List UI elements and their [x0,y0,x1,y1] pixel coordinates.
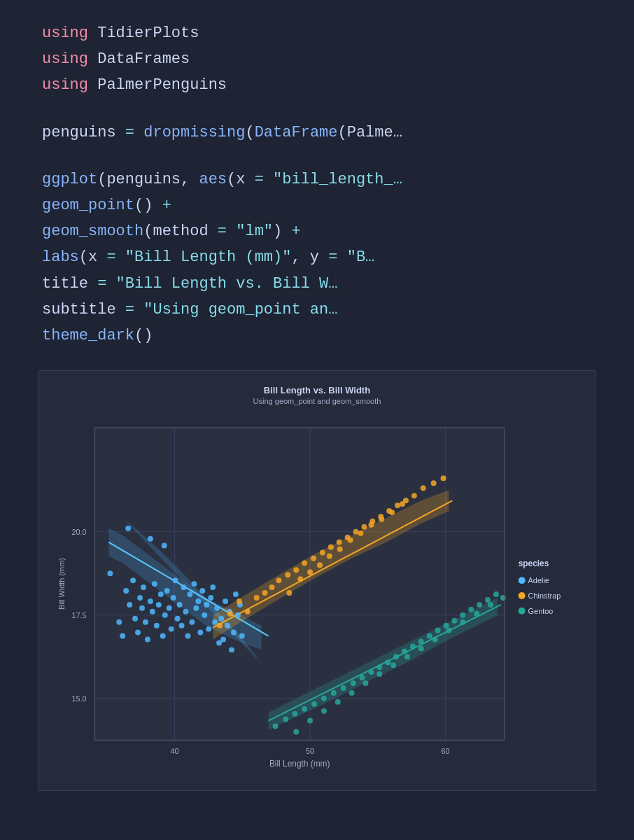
svg-point-66 [214,606,220,611]
svg-point-158 [446,628,452,634]
code-dropmissing: dropmissing [134,124,245,141]
chart-container: Bill Length vs. Bill Width Using geom_po… [38,370,596,791]
svg-point-129 [351,680,356,686]
svg-point-146 [493,592,499,597]
svg-point-74 [231,630,237,636]
svg-point-134 [393,654,399,659]
svg-point-115 [379,517,384,522]
code-ggplot-fn: ggplot [42,171,97,188]
svg-point-156 [418,645,424,651]
svg-point-38 [156,602,162,608]
svg-text:Gentoo: Gentoo [528,607,554,615]
svg-point-112 [348,538,353,543]
svg-text:50: 50 [306,747,314,755]
code-penguins-var: penguins [42,124,125,141]
svg-point-110 [327,554,332,559]
svg-point-22 [116,620,122,625]
svg-point-41 [162,612,168,618]
svg-point-117 [400,501,405,507]
svg-point-152 [362,680,368,686]
svg-point-24 [123,588,129,594]
code-themedark-fn: theme_dark [42,327,134,344]
svg-point-166 [519,592,526,599]
code-dataframe: DataFrame [255,124,338,141]
svg-point-39 [158,592,164,597]
svg-point-68 [218,616,224,622]
svg-point-90 [285,572,290,578]
svg-point-37 [154,623,160,629]
svg-point-118 [421,485,426,491]
svg-point-139 [435,628,441,634]
chart-section: Bill Length vs. Bill Width Using geom_po… [0,363,634,812]
svg-point-96 [337,540,342,545]
svg-point-73 [229,647,234,652]
code-line-geompoint: geom_point() + [42,193,592,218]
svg-point-138 [427,634,432,639]
code-line-1: using TidierPlots [42,21,592,46]
svg-point-26 [130,578,136,583]
svg-text:Chinstrap: Chinstrap [528,592,561,600]
svg-point-128 [341,685,346,691]
svg-point-57 [195,598,201,604]
code-aes-fn: aes [199,171,227,188]
svg-point-80 [148,536,153,542]
svg-point-114 [368,522,374,528]
svg-point-85 [245,609,251,615]
code-line-empty-2 [42,146,592,166]
svg-point-161 [488,602,493,608]
svg-point-58 [197,630,203,636]
code-line-subtitle: subtitle = "Using geom_point an… [42,298,592,322]
svg-point-122 [283,717,288,722]
keyword-using-2: using [42,50,88,68]
svg-point-144 [477,602,482,608]
svg-point-94 [320,550,325,556]
svg-point-108 [307,569,313,575]
svg-point-61 [204,602,209,608]
svg-point-132 [376,664,382,670]
svg-point-116 [389,510,395,515]
code-line-empty-1 [42,99,592,119]
svg-point-71 [225,623,230,629]
svg-point-42 [164,588,170,594]
svg-point-65 [212,620,218,625]
svg-point-34 [148,598,153,604]
svg-point-63 [208,595,213,601]
svg-point-88 [269,584,275,590]
svg-point-106 [286,590,292,596]
svg-point-149 [321,708,327,714]
keyword-using-3: using [42,76,88,94]
chart-title: Bill Length vs. Bill Width [53,385,581,396]
svg-point-135 [402,648,407,654]
svg-point-84 [237,598,242,604]
svg-point-62 [206,626,211,632]
svg-point-43 [167,606,172,611]
svg-text:40: 40 [171,747,179,755]
svg-point-60 [202,612,207,618]
module-palmerpenguins: PalmerPenguins [88,76,227,94]
svg-point-44 [169,626,174,632]
svg-point-79 [125,526,131,531]
svg-point-46 [173,578,178,583]
svg-point-89 [276,578,281,583]
svg-point-113 [358,531,364,536]
svg-point-59 [199,588,205,594]
svg-point-99 [361,524,367,530]
svg-point-137 [418,639,424,645]
svg-text:60: 60 [441,747,449,755]
svg-point-35 [150,609,155,615]
code-labs-fn: labs [42,248,79,266]
svg-point-131 [368,669,374,675]
svg-text:Bill Length (mm): Bill Length (mm) [269,759,330,769]
svg-point-148 [307,718,313,724]
svg-point-109 [317,562,323,568]
svg-point-27 [132,616,138,622]
code-section: using TidierPlots using DataFrames using… [0,0,634,363]
svg-point-119 [431,480,437,486]
code-eq: = [125,124,134,141]
code-line-3: using PalmerPenguins [42,73,592,97]
chart-svg: 20.0 17.5 15.0 40 50 60 Bill Width (mm) … [53,412,581,776]
svg-point-127 [331,690,337,696]
svg-point-33 [145,637,150,643]
svg-text:15.0: 15.0 [71,694,86,703]
module-dataframes: DataFrames [88,50,190,68]
